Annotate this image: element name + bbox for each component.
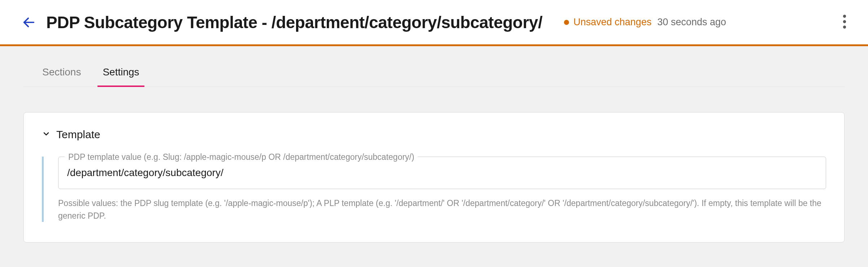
- tab-sections[interactable]: Sections: [42, 66, 81, 87]
- template-value-label: PDP template value (e.g. Slug: /apple-ma…: [65, 152, 418, 162]
- card-header[interactable]: Template: [42, 128, 826, 141]
- svg-point-3: [843, 25, 846, 28]
- svg-point-1: [843, 14, 846, 17]
- header-bar: PDP Subcategory Template - /department/c…: [0, 0, 868, 46]
- status-label: Unsaved changes: [573, 17, 651, 28]
- chevron-down-icon: [42, 130, 51, 140]
- template-value-field: PDP template value (e.g. Slug: /apple-ma…: [58, 157, 826, 189]
- status-dot-icon: [564, 20, 569, 25]
- card-title: Template: [56, 128, 100, 141]
- template-field-group: PDP template value (e.g. Slug: /apple-ma…: [42, 157, 826, 222]
- content-area: Sections Settings Template PDP template …: [0, 46, 868, 242]
- status-time: 30 seconds ago: [657, 17, 726, 28]
- template-card: Template PDP template value (e.g. Slug: …: [23, 112, 845, 242]
- page-title: PDP Subcategory Template - /department/c…: [46, 13, 542, 32]
- save-status: Unsaved changes 30 seconds ago: [564, 17, 726, 28]
- template-value-help: Possible values: the PDP slug template (…: [58, 197, 826, 222]
- tabs-row: Sections Settings: [23, 46, 845, 87]
- back-arrow-icon[interactable]: [22, 15, 36, 30]
- more-menu-icon[interactable]: [839, 11, 850, 34]
- tab-settings[interactable]: Settings: [103, 66, 139, 87]
- svg-point-2: [843, 20, 846, 23]
